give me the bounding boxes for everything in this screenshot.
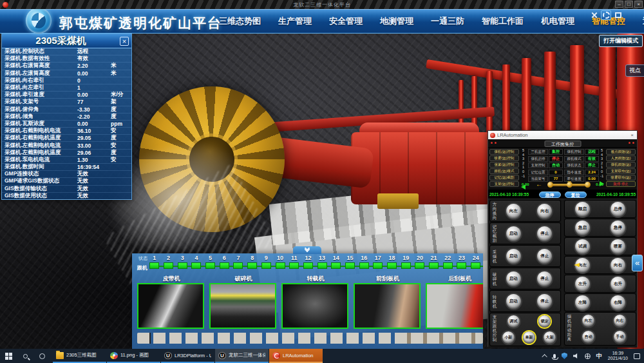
control-button[interactable]: 向左 bbox=[575, 258, 590, 273]
control-button[interactable]: 向左 bbox=[506, 204, 521, 219]
control-button[interactable]: 顺启 bbox=[575, 202, 590, 217]
control-button[interactable]: 停止 bbox=[537, 271, 552, 286]
remote-mode-button[interactable]: 记忆(远)截割 bbox=[489, 175, 519, 181]
estop-button[interactable]: 急停 bbox=[539, 191, 561, 198]
control-button[interactable]: 单架 bbox=[523, 331, 535, 344]
remote-mode-button[interactable]: 煤机跟随(远) bbox=[606, 162, 636, 168]
control-button[interactable]: 停止 bbox=[537, 249, 552, 264]
scale-tick: 4 bbox=[520, 153, 526, 157]
camera-feed[interactable] bbox=[137, 283, 204, 329]
workface-control-tab[interactable]: 工作面集控 bbox=[544, 141, 581, 147]
camera-feed[interactable] bbox=[281, 283, 348, 329]
reset-button[interactable]: 复位 bbox=[565, 191, 587, 198]
remote-mode-button[interactable]: 张紧(远)控制 bbox=[489, 162, 519, 168]
open-edit-mode-button[interactable]: 打开编辑模式 bbox=[599, 35, 643, 47]
control-button[interactable]: 向右 bbox=[537, 204, 552, 219]
slider-knob[interactable] bbox=[547, 182, 553, 188]
fullscreen-button[interactable] bbox=[613, 10, 623, 20]
control-button[interactable]: 停止 bbox=[537, 294, 552, 309]
shearer-position-slider[interactable]: 77 bbox=[549, 184, 589, 186]
control-button[interactable]: 启动 bbox=[506, 226, 521, 241]
remote-mode-button[interactable]: 喷雾联动(远) bbox=[606, 175, 636, 181]
taskbar-item[interactable]: 2305三维截图 bbox=[53, 349, 106, 363]
control-button[interactable]: 手动 bbox=[614, 331, 626, 343]
camera-feed[interactable] bbox=[426, 283, 483, 329]
remote-mode-button[interactable]: 支架(远)控制 bbox=[489, 181, 519, 187]
search-button[interactable] bbox=[17, 349, 33, 363]
control-button[interactable]: 向右 bbox=[614, 315, 626, 327]
remote-mode-button[interactable]: 喷雾(远)控制 bbox=[489, 155, 519, 161]
control-button[interactable]: 左升 bbox=[575, 277, 590, 291]
camera-feed[interactable] bbox=[209, 283, 276, 329]
control-button[interactable]: 右降 bbox=[611, 295, 625, 310]
shearer-rows: 采煤机.控制状态 远程 采煤机.数据有效性 有效 采煤机.右滚筒高度 2.20 … bbox=[2, 48, 131, 200]
control-button[interactable]: 启动 bbox=[506, 271, 521, 286]
remote-mode-button[interactable]: 急停 停止 bbox=[606, 181, 636, 187]
taskbar-item[interactable]: 11.png - 画图 bbox=[107, 349, 160, 363]
viewpoint-tab[interactable]: 视点 bbox=[625, 64, 644, 77]
control-button[interactable]: 自动 bbox=[582, 331, 594, 343]
close-button[interactable]: × bbox=[634, 1, 643, 8]
nav-menu-item[interactable]: 地测管理 bbox=[380, 15, 413, 27]
task-view-button[interactable] bbox=[33, 349, 50, 363]
control-button[interactable]: 向左 bbox=[582, 315, 594, 327]
nav-menu-item[interactable]: 生产管理 bbox=[278, 15, 312, 27]
control-button[interactable]: 试调 bbox=[575, 239, 590, 254]
slider-knob[interactable] bbox=[567, 182, 573, 188]
maximize-button[interactable]: □ bbox=[625, 1, 633, 8]
collapse-panel-button[interactable]: « bbox=[632, 255, 643, 271]
slider-knob[interactable] bbox=[585, 182, 591, 188]
remote-mode-button[interactable]: 视点跟随(远) bbox=[606, 149, 636, 155]
network-globe-icon[interactable] bbox=[585, 353, 591, 359]
remote-mode-button[interactable]: 支架联动(远) bbox=[606, 168, 636, 174]
tools-button[interactable] bbox=[589, 10, 599, 20]
thumbnail-strip[interactable] bbox=[137, 333, 483, 344]
control-button[interactable]: 小架 bbox=[502, 331, 515, 344]
camera-feed[interactable] bbox=[354, 283, 421, 329]
control-button[interactable]: 启动 bbox=[506, 249, 521, 264]
equipment-control-row: 方向换向 向左 向右 bbox=[489, 200, 561, 222]
remote-mode-button[interactable]: 煤机(远)控制 bbox=[489, 149, 519, 155]
security-shield-icon[interactable] bbox=[562, 353, 567, 359]
nav-menu-item[interactable]: 一通三防 bbox=[431, 15, 464, 27]
camera-label: 皮带机 bbox=[135, 275, 207, 283]
microphone-icon[interactable] bbox=[553, 354, 556, 358]
start-button[interactable] bbox=[0, 349, 17, 363]
remote-mode-button[interactable]: 跟机(远)模式 bbox=[489, 168, 519, 174]
control-button[interactable]: 喷雾 bbox=[611, 239, 625, 254]
control-button[interactable]: 大架 bbox=[544, 331, 556, 344]
taskbar-item[interactable]: LRAutomation bbox=[269, 349, 323, 363]
speaker-icon[interactable] bbox=[573, 353, 579, 358]
lra-close-icon[interactable]: × bbox=[629, 132, 635, 138]
clock[interactable]: 16:39 2021/4/10 bbox=[608, 351, 628, 361]
control-button[interactable]: 停止 bbox=[537, 226, 552, 241]
control-button[interactable]: 左降 bbox=[575, 295, 590, 310]
collapse-status-panel-tab[interactable] bbox=[293, 246, 321, 254]
control-button[interactable]: 调试 bbox=[507, 315, 520, 328]
taskbar-item[interactable]: LR3DPlatform - U... bbox=[161, 349, 214, 363]
control-button[interactable]: 急启 bbox=[575, 221, 590, 235]
close-icon[interactable]: × bbox=[120, 37, 129, 46]
action-center-icon[interactable] bbox=[634, 353, 640, 359]
tray-expand-icon[interactable] bbox=[542, 354, 547, 359]
control-button[interactable]: 总停 bbox=[611, 202, 625, 217]
monitor-row: 煤机控制 远程 bbox=[564, 149, 599, 155]
control-button[interactable]: 锁定 bbox=[538, 315, 551, 328]
taskbar-item[interactable]: 龙软二三维一体化... bbox=[215, 349, 269, 363]
nav-menu-item[interactable]: 三维态势图 bbox=[219, 15, 261, 27]
control-button[interactable]: 急停 bbox=[611, 221, 625, 235]
nav-menu-item[interactable]: 安全管理 bbox=[329, 15, 363, 27]
nav-menu-item[interactable]: 机电管理 bbox=[541, 15, 574, 27]
minimize-button[interactable]: – bbox=[615, 1, 623, 8]
remote-mode-button[interactable]: 人员跟随(远) bbox=[606, 155, 636, 161]
settings-button[interactable] bbox=[601, 10, 611, 20]
control-button[interactable]: 启动 bbox=[506, 294, 521, 309]
camera-feeds bbox=[137, 283, 483, 329]
status-indicator-green bbox=[261, 262, 271, 269]
control-button[interactable]: 向右 bbox=[611, 258, 625, 273]
monitor-row: 煤机启停 停止 bbox=[528, 156, 563, 162]
nav-menu-item[interactable]: 智能工作面 bbox=[482, 15, 524, 27]
control-button[interactable]: 右升 bbox=[611, 277, 625, 291]
input-method-indicator[interactable]: 中 bbox=[596, 352, 602, 360]
timestamp-left: 2021-04-10 16:39:55 bbox=[488, 192, 537, 197]
